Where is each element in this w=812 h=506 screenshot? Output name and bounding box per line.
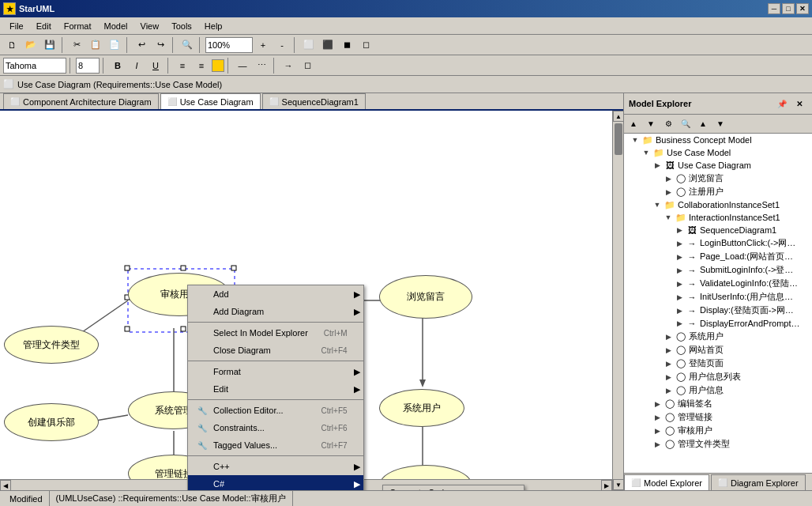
usecase-浏览留言[interactable]: 浏览留言 [379, 275, 472, 319]
underline-btn[interactable]: U [147, 57, 164, 74]
cm-edit[interactable]: Edit ▶ [188, 380, 363, 398]
menu-format[interactable]: Format [58, 20, 98, 32]
paste-btn[interactable]: 📄 [106, 36, 123, 54]
cm-format[interactable]: Format ▶ [188, 363, 363, 380]
tree-item[interactable]: ▶◯编辑签名 [624, 397, 812, 410]
tree-item[interactable]: ▶◯用户信息列表 [624, 370, 812, 383]
tree-expand-icon[interactable]: ▶ [652, 440, 662, 448]
cm-csharp[interactable]: C# ▶ [188, 475, 363, 490]
me-close-btn[interactable]: ✕ [791, 96, 807, 111]
me-collapse-btn[interactable]: ▲ [695, 116, 711, 132]
tree-expand-icon[interactable]: ▶ [664, 360, 673, 368]
tab-usecase[interactable]: ⬜ Use Case Diagram [160, 93, 261, 109]
arrow-btn[interactable]: → [280, 57, 297, 74]
tree-expand-icon[interactable]: ▼ [652, 201, 662, 209]
me-expand-btn[interactable]: ▼ [712, 116, 728, 132]
tree-item[interactable]: ▶→ValidateLoginInfo:(登陆… [624, 277, 812, 290]
tree-item[interactable]: ▶◯管理文件类型 [624, 437, 812, 451]
tree-item[interactable]: ▶◯审核用户 [624, 424, 812, 437]
font-size-input[interactable] [76, 58, 100, 74]
bold-btn[interactable]: B [109, 57, 126, 74]
tree-item[interactable]: ▶→InitUserInfo:(用户信息… [624, 290, 812, 304]
tree-expand-icon[interactable]: ▶ [664, 387, 673, 395]
copy-btn[interactable]: 📋 [87, 36, 104, 54]
tree-item[interactable]: ▶→DisplayErrorAndPrompt… [624, 317, 812, 330]
tree-expand-icon[interactable]: ▼ [630, 136, 640, 144]
menu-tools[interactable]: Tools [165, 20, 198, 32]
tree-expand-icon[interactable]: ▶ [675, 293, 684, 301]
tree-expand-icon[interactable]: ▶ [675, 307, 684, 315]
tree-item[interactable]: ▶◯管理链接 [624, 410, 812, 424]
usecase-管理文件类型[interactable]: 管理文件类型 [4, 326, 99, 364]
menu-file[interactable]: File [3, 20, 30, 32]
me-search-btn[interactable]: 🔍 [678, 116, 694, 132]
me-down-btn[interactable]: ▼ [643, 116, 659, 132]
tree-item[interactable]: ▶◯登陆页面 [624, 357, 812, 370]
tab-component[interactable]: ⬜ Component Architecture Diagram [3, 93, 159, 109]
tree-expand-icon[interactable]: ▶ [664, 175, 673, 183]
redo-btn[interactable]: ↪ [152, 36, 169, 54]
zoom-out-btn[interactable]: - [273, 36, 291, 54]
tree-item[interactable]: ▶→SubmitLoginInfo:(->登… [624, 263, 812, 277]
usecase-创建俱乐部[interactable]: 创建俱乐部 [4, 403, 99, 441]
tree-expand-icon[interactable]: ▶ [675, 319, 684, 327]
cm-close-diagram[interactable]: Close Diagram Ctrl+F4 [188, 342, 363, 359]
extra-btn1[interactable]: ⬜ [300, 36, 318, 54]
tree-expand-icon[interactable]: ▶ [664, 373, 673, 381]
undo-btn[interactable]: ↩ [133, 36, 150, 54]
open-btn[interactable]: 📂 [22, 36, 39, 54]
me-up-btn[interactable]: ▲ [626, 116, 641, 132]
tree-item[interactable]: ▶◯注册用户 [624, 185, 812, 198]
tree-expand-icon[interactable]: ▶ [675, 240, 684, 247]
cm-select-model-explorer[interactable]: Select In Model Explorer Ctrl+M [188, 324, 363, 342]
tree-item[interactable]: ▼📁CollaborationInstanceSet1 [624, 198, 812, 211]
tree-expand-icon[interactable]: ▶ [664, 188, 673, 196]
cut-btn[interactable]: ✂ [68, 36, 85, 54]
close-button[interactable]: ✕ [796, 3, 809, 14]
tree-expand-icon[interactable]: ▶ [664, 333, 673, 341]
tree-expand-icon[interactable]: ▶ [652, 161, 662, 169]
align-left-btn[interactable]: ≡ [174, 57, 191, 74]
cm-cpp[interactable]: C++ ▶ [188, 458, 363, 475]
save-btn[interactable]: 💾 [41, 36, 58, 54]
tree-item[interactable]: ▼📁Business Concept Model [624, 134, 812, 146]
sm-generate-code[interactable]: Generate Code... [383, 485, 524, 490]
tree-expand-icon[interactable]: ▶ [675, 280, 684, 288]
tree-item[interactable]: ▶→LoginButtonClick:(->网… [624, 236, 812, 250]
italic-btn[interactable]: I [128, 57, 145, 74]
scroll-right-btn[interactable]: ▶ [601, 480, 612, 490]
scroll-down-btn[interactable]: ▼ [613, 479, 623, 490]
menu-model[interactable]: Model [98, 20, 134, 32]
find-btn[interactable]: 🔍 [179, 36, 196, 54]
cm-tagged-values[interactable]: 🔧 Tagged Values... Ctrl+F7 [188, 436, 363, 454]
tab-model-explorer[interactable]: ⬜ Model Explorer [624, 474, 709, 490]
tree-expand-icon[interactable]: ▶ [652, 413, 662, 421]
menu-edit[interactable]: Edit [30, 20, 58, 32]
minimize-button[interactable]: ─ [768, 3, 780, 14]
tree-expand-icon[interactable]: ▶ [652, 400, 662, 408]
font-family-input[interactable] [3, 58, 66, 74]
tree-item[interactable]: ▶→Display:(登陆页面->网… [624, 304, 812, 317]
tree-item[interactable]: ▶🖼Use Case Diagram [624, 159, 812, 172]
shape-btn[interactable]: ◻ [299, 57, 316, 74]
tree-item[interactable]: ▼📁Use Case Model [624, 146, 812, 159]
tree-item[interactable]: ▶◯系统用户 [624, 330, 812, 343]
extra-btn2[interactable]: ⬛ [319, 36, 336, 54]
tree-item[interactable]: ▶◯浏览留言 [624, 172, 812, 185]
tree-expand-icon[interactable]: ▶ [675, 226, 684, 234]
extra-btn3[interactable]: ◼ [338, 36, 355, 54]
maximize-button[interactable]: □ [782, 3, 795, 14]
cm-add[interactable]: Add ▶ [188, 285, 363, 303]
tree-expand-icon[interactable]: ▼ [664, 213, 673, 221]
color-btn[interactable] [212, 59, 224, 72]
scroll-up-btn[interactable]: ▲ [613, 111, 623, 122]
usecase-系统用户[interactable]: 系统用户 [379, 389, 464, 427]
me-filter-btn[interactable]: ⚙ [660, 116, 676, 132]
tree-expand-icon[interactable]: ▶ [664, 346, 673, 354]
dash-btn[interactable]: ⋯ [253, 57, 270, 74]
new-btn[interactable]: 🗋 [3, 36, 21, 54]
zoom-input[interactable] [205, 37, 253, 53]
tree-item[interactable]: ▶◯用户信息 [624, 383, 812, 397]
extra-btn4[interactable]: ◻ [357, 36, 374, 54]
tree-expand-icon[interactable]: ▶ [652, 427, 662, 435]
